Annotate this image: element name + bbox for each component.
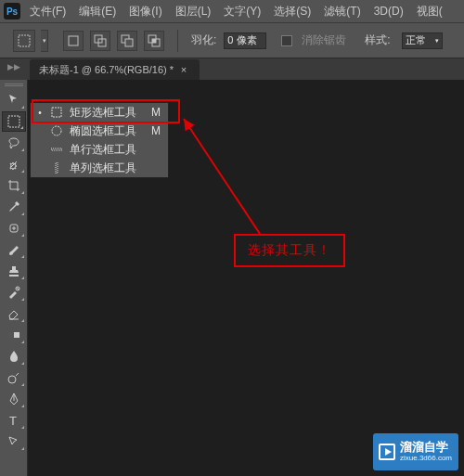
history-brush-tool[interactable] (2, 282, 26, 302)
menu-layer[interactable]: 图层(L) (175, 4, 212, 19)
menu-3d[interactable]: 3D(D) (374, 5, 404, 18)
separator (177, 30, 178, 52)
blur-tool[interactable] (2, 346, 26, 367)
flyout-col-marquee[interactable]: 单列选框工具 (31, 159, 168, 177)
feather-label: 羽化: (191, 32, 216, 48)
dodge-tool[interactable] (2, 367, 26, 388)
menu-filter[interactable]: 滤镜(T) (324, 4, 360, 19)
tab-title: 未标题-1 @ 66.7%(RGB/16) * (39, 63, 174, 77)
svg-point-17 (52, 126, 61, 135)
menu-view[interactable]: 视图( (417, 4, 443, 19)
marquee-flyout: • 矩形选框工具 M 椭圆选框工具 M 单行选框工具 单列选框工具 (30, 102, 169, 178)
ellipse-marquee-icon (49, 125, 64, 136)
tools-panel: T (0, 80, 28, 476)
eraser-tool[interactable] (2, 303, 26, 324)
row-marquee-icon (49, 144, 64, 155)
menu-edit[interactable]: 编辑(E) (79, 4, 116, 19)
flyout-row-marquee[interactable]: 单行选框工具 (31, 140, 168, 159)
menu-select[interactable]: 选择(S) (274, 4, 311, 19)
menubar: Ps 文件(F) 编辑(E) 图像(I) 图层(L) 文字(Y) 选择(S) 滤… (0, 0, 464, 22)
rect-marquee-icon (49, 107, 64, 118)
pen-tool[interactable] (2, 389, 26, 409)
svg-rect-5 (125, 39, 133, 46)
feather-input[interactable] (224, 32, 266, 49)
play-icon (379, 444, 395, 460)
gradient-tool[interactable] (2, 325, 26, 345)
document-tab[interactable]: 未标题-1 @ 66.7%(RGB/16) * × (30, 59, 200, 80)
tab-strip: 未标题-1 @ 66.7%(RGB/16) * × (0, 58, 464, 80)
svg-rect-0 (19, 35, 30, 46)
path-tool[interactable] (2, 431, 26, 452)
svg-rect-8 (152, 39, 156, 43)
crop-tool[interactable] (2, 175, 26, 196)
brush-tool[interactable] (2, 239, 26, 260)
tool-preset-dropdown[interactable]: ▾ (41, 30, 48, 52)
svg-rect-19 (56, 162, 58, 174)
tabstrip-toggle-icon[interactable]: ▶▶ (7, 62, 20, 71)
app-logo: Ps (4, 3, 20, 19)
svg-text:T: T (9, 414, 17, 428)
watermark: 溜溜自学 zixue.3d66.com (373, 433, 458, 470)
selection-intersect-button[interactable] (144, 31, 164, 51)
style-label: 样式: (365, 32, 390, 48)
tool-preset-button[interactable] (13, 30, 35, 52)
antialias-label: 消除锯齿 (302, 32, 346, 48)
move-tool[interactable] (2, 90, 26, 110)
svg-rect-16 (52, 108, 61, 117)
panel-grip-icon[interactable] (0, 84, 27, 89)
menu-type[interactable]: 文字(Y) (224, 4, 261, 19)
svg-rect-9 (8, 116, 19, 127)
annotation-callout: 选择其工具！ (234, 234, 345, 267)
lasso-tool[interactable] (2, 133, 26, 153)
selected-dot-icon: • (36, 108, 44, 118)
selection-new-button[interactable] (63, 31, 84, 51)
antialias-checkbox[interactable] (281, 35, 292, 46)
col-marquee-icon (49, 162, 64, 174)
eyedropper-tool[interactable] (2, 197, 26, 217)
type-tool[interactable]: T (2, 410, 26, 431)
selection-subtract-button[interactable] (117, 31, 137, 51)
tab-close-icon[interactable]: × (177, 64, 190, 75)
menu-file[interactable]: 文件(F) (30, 4, 66, 19)
svg-rect-1 (69, 36, 78, 45)
svg-rect-18 (51, 148, 62, 150)
stamp-tool[interactable] (2, 261, 26, 281)
wand-tool[interactable] (2, 154, 26, 174)
flyout-rect-marquee[interactable]: • 矩形选框工具 M (31, 103, 168, 122)
selection-add-button[interactable] (90, 31, 110, 51)
options-bar: ▾ 羽化: 消除锯齿 样式: 正常▾ (0, 22, 464, 58)
svg-rect-13 (8, 332, 14, 338)
style-select[interactable]: 正常▾ (402, 32, 443, 49)
healing-tool[interactable] (2, 218, 26, 238)
menu-image[interactable]: 图像(I) (129, 4, 161, 19)
marquee-tool[interactable] (2, 111, 26, 132)
flyout-ellipse-marquee[interactable]: 椭圆选框工具 M (31, 122, 168, 140)
svg-point-14 (8, 376, 16, 383)
